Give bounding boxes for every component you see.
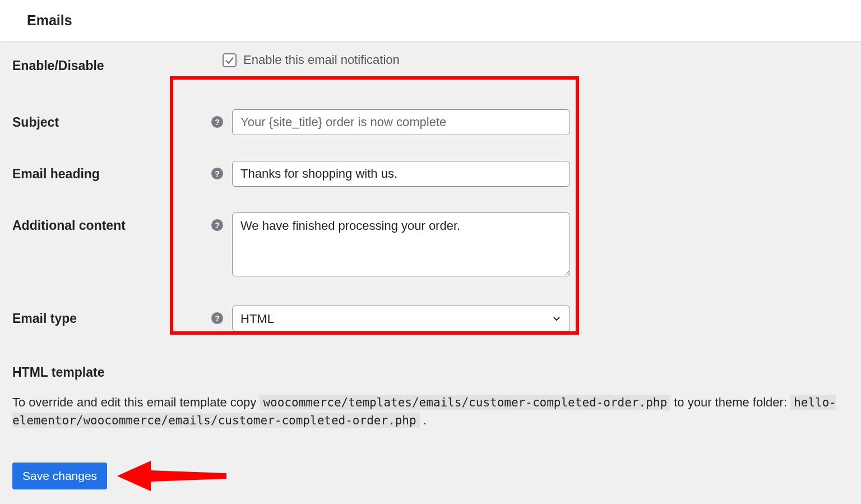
help-icon[interactable]: ?: [211, 116, 223, 128]
email-type-input-col: ? HTML: [211, 306, 570, 331]
save-row: Save changes: [12, 456, 849, 496]
page-title: Emails: [27, 12, 834, 29]
label-subject: Subject: [12, 109, 211, 130]
help-icon[interactable]: ?: [211, 168, 223, 179]
svg-marker-0: [117, 461, 226, 491]
row-additional-content: Additional content ? We have finished pr…: [12, 206, 849, 283]
subject-input-col: ?: [211, 109, 570, 135]
additional-content-textarea[interactable]: We have finished processing your order.: [232, 212, 570, 276]
html-template-section: HTML template To override and edit this …: [12, 365, 849, 429]
row-subject: Subject ?: [12, 103, 849, 142]
row-email-type: Email type ? HTML: [12, 299, 849, 338]
email-heading-input[interactable]: [232, 161, 570, 187]
help-icon[interactable]: ?: [211, 219, 223, 231]
html-template-text: To override and edit this email template…: [12, 394, 849, 429]
settings-form: Enable/Disable Enable this email notific…: [0, 41, 861, 504]
enable-checkbox[interactable]: [223, 53, 237, 67]
label-email-heading: Email heading: [12, 161, 211, 182]
email-heading-input-col: ?: [211, 161, 570, 187]
save-button[interactable]: Save changes: [12, 463, 107, 489]
row-email-heading: Email heading ?: [12, 154, 849, 193]
email-type-select[interactable]: HTML: [232, 306, 570, 331]
label-enable-disable: Enable/Disable: [12, 53, 211, 73]
html-template-heading: HTML template: [12, 365, 849, 380]
check-icon: [225, 56, 234, 65]
annotation-arrow-icon: [117, 456, 226, 496]
additional-content-input-col: ? We have finished processing your order…: [211, 212, 570, 276]
template-text-suffix: .: [423, 413, 427, 427]
page-header: Emails: [0, 0, 861, 41]
row-enable-disable: Enable/Disable Enable this email notific…: [12, 41, 849, 80]
template-code-source: woocommerce/templates/emails/customer-co…: [260, 395, 670, 410]
email-type-select-wrap: HTML: [232, 306, 570, 331]
label-additional-content: Additional content: [12, 212, 211, 233]
help-icon[interactable]: ?: [211, 312, 223, 324]
template-text-mid: to your theme folder:: [674, 395, 790, 409]
enable-checkbox-wrap: Enable this email notification: [211, 53, 400, 67]
subject-input[interactable]: [232, 109, 570, 135]
enable-checkbox-label: Enable this email notification: [243, 53, 400, 67]
label-email-type: Email type: [12, 306, 211, 326]
template-text-prefix: To override and edit this email template…: [12, 395, 260, 409]
